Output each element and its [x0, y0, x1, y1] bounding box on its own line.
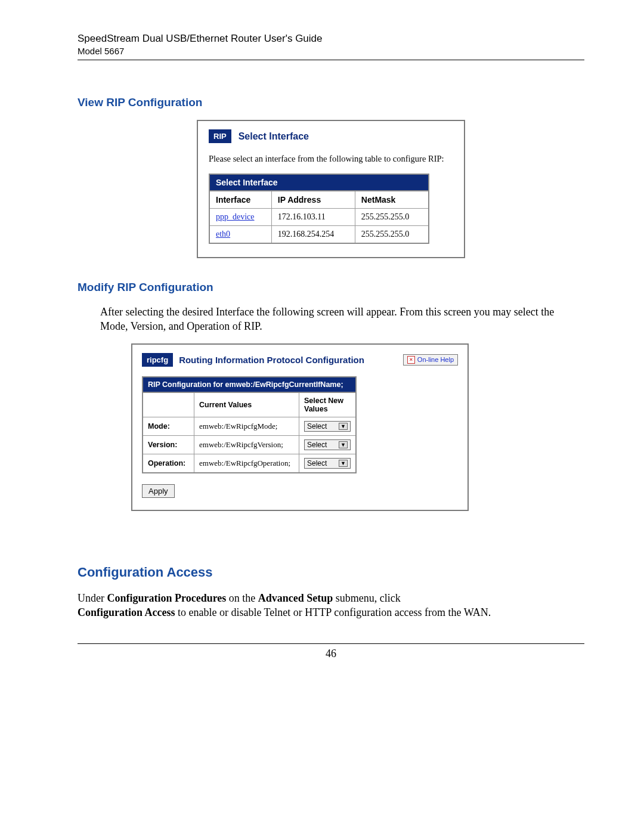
close-icon: × — [407, 356, 415, 364]
footer-rule — [78, 643, 584, 644]
ripcfg-chip: ripcfg — [142, 353, 173, 367]
text: Under — [78, 592, 107, 604]
mode-select[interactable]: Select ▼ — [304, 421, 351, 432]
select-label: Select — [307, 441, 327, 449]
table-row: Operation: emweb:/EwRipcfgOperation; Sel… — [143, 454, 356, 473]
cfg-head-current: Current Values — [194, 392, 299, 417]
apply-button[interactable]: Apply — [142, 484, 175, 498]
row-value: emweb:/EwRipcfgVersion; — [194, 435, 299, 454]
text: to enable or disable Telnet or HTTP conf… — [175, 606, 491, 618]
chevron-down-icon: ▼ — [339, 460, 348, 467]
header-rule — [78, 60, 584, 60]
ripcfg-table: Current Values Select New Values Mode: e… — [142, 392, 357, 473]
select-interface-heading: Select Interface — [239, 131, 309, 142]
row-value: emweb:/EwRipcfgOperation; — [194, 454, 299, 473]
text: on the — [226, 592, 258, 604]
interface-table-caption: Select Interface — [209, 174, 429, 190]
select-interface-panel: RIP Select Interface Please select an in… — [197, 120, 465, 258]
table-row: Version: emweb:/EwRipcfgVersion; Select … — [143, 435, 356, 454]
mask-cell: 255.255.255.0 — [355, 209, 429, 226]
chevron-down-icon: ▼ — [339, 441, 348, 448]
text-bold: Advanced Setup — [258, 592, 333, 604]
section-config-access-title: Configuration Access — [78, 565, 584, 580]
operation-select[interactable]: Select ▼ — [304, 458, 351, 469]
config-access-body: Under Configuration Procedures on the Ad… — [78, 591, 584, 620]
interface-table: Select Interface Interface IP Address Ne… — [209, 174, 429, 244]
doc-header-model: Model 5667 — [78, 46, 584, 56]
cfg-head-new: Select New Values — [299, 392, 357, 417]
doc-header-title: SpeedStream Dual USB/Ethernet Router Use… — [78, 33, 584, 45]
text: submenu, click — [333, 592, 400, 604]
online-help-label: On-line Help — [417, 356, 454, 363]
select-label: Select — [307, 459, 327, 467]
row-label: Version: — [143, 435, 194, 454]
ip-cell: 172.16.103.11 — [271, 209, 355, 226]
version-select[interactable]: Select ▼ — [304, 439, 351, 450]
ripcfg-heading: Routing Information Protocol Configurati… — [179, 355, 397, 365]
row-value: emweb:/EwRipcfgMode; — [194, 417, 299, 435]
mask-cell: 255.255.255.0 — [355, 226, 429, 244]
ip-cell: 192.168.254.254 — [271, 226, 355, 244]
text-bold: Configuration Access — [78, 606, 175, 618]
interface-link[interactable]: eth0 — [216, 230, 230, 239]
modify-rip-body: After selecting the desired Interface th… — [100, 305, 584, 334]
section-modify-rip-title: Modify RIP Configuration — [78, 281, 584, 294]
rip-chip: RIP — [209, 129, 231, 143]
ripcfg-table-caption: RIP Configuration for emweb:/EwRipcfgCur… — [142, 376, 357, 392]
col-ip: IP Address — [271, 191, 355, 209]
table-row: eth0 192.168.254.254 255.255.255.0 — [209, 226, 429, 244]
cfg-head-blank — [143, 392, 194, 417]
row-label: Mode: — [143, 417, 194, 435]
select-label: Select — [307, 422, 327, 431]
interface-link[interactable]: ppp_device — [216, 212, 255, 221]
row-label: Operation: — [143, 454, 194, 473]
page-number: 46 — [78, 648, 584, 660]
chevron-down-icon: ▼ — [339, 423, 348, 430]
online-help-button[interactable]: × On-line Help — [403, 354, 458, 366]
text-bold: Configuration Procedures — [107, 592, 226, 604]
table-row: Mode: emweb:/EwRipcfgMode; Select ▼ — [143, 417, 356, 435]
table-row: ppp_device 172.16.103.11 255.255.255.0 — [209, 209, 429, 226]
select-interface-instruction: Please select an interface from the foll… — [209, 154, 453, 164]
section-view-rip-title: View RIP Configuration — [78, 96, 584, 109]
col-interface: Interface — [209, 191, 271, 209]
ripcfg-panel: ripcfg Routing Information Protocol Conf… — [131, 343, 469, 511]
col-netmask: NetMask — [355, 191, 429, 209]
